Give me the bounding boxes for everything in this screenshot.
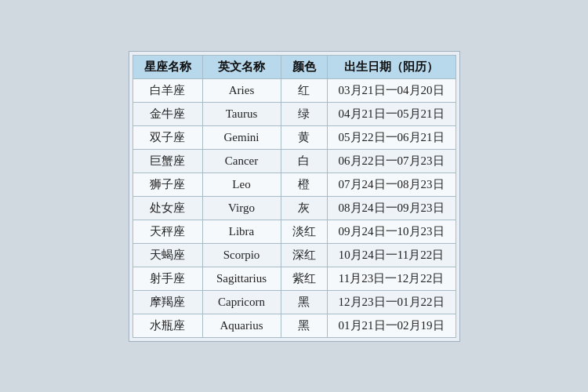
table-cell: Gemini [202, 125, 281, 149]
table-cell: 天蝎座 [132, 243, 202, 267]
table-cell: Virgo [202, 196, 281, 220]
table-cell: 白 [281, 149, 327, 172]
table-cell: 淡红 [281, 220, 327, 243]
table-cell: 12月23日一01月22日 [327, 290, 456, 314]
table-cell: 深红 [281, 243, 327, 267]
table-cell: Aries [202, 78, 281, 102]
table-cell: 狮子座 [132, 172, 202, 196]
table-cell: 10月24日一11月22日 [327, 243, 456, 267]
table-cell: Leo [202, 172, 281, 196]
table-cell: 巨蟹座 [132, 149, 202, 172]
table-cell: Libra [202, 220, 281, 243]
col-header-color: 颜色 [281, 55, 327, 78]
zodiac-table-container: 星座名称 英文名称 颜色 出生日期（阳历） 白羊座Aries红03月21日一04… [129, 51, 460, 342]
table-row: 处女座Virgo灰08月24日一09月23日 [132, 196, 456, 220]
col-header-birthdate: 出生日期（阳历） [327, 55, 456, 78]
table-cell: Capricorn [202, 290, 281, 314]
table-cell: Sagittarius [202, 267, 281, 290]
table-row: 金牛座Taurus绿04月21日一05月21日 [132, 102, 456, 125]
table-cell: 双子座 [132, 125, 202, 149]
table-cell: 绿 [281, 102, 327, 125]
table-cell: Taurus [202, 102, 281, 125]
table-cell: 07月24日一08月23日 [327, 172, 456, 196]
table-header-row: 星座名称 英文名称 颜色 出生日期（阳历） [132, 55, 456, 78]
table-cell: 橙 [281, 172, 327, 196]
table-row: 射手座Sagittarius紫红11月23日一12月22日 [132, 267, 456, 290]
table-cell: 黄 [281, 125, 327, 149]
table-cell: 白羊座 [132, 78, 202, 102]
table-cell: 09月24日一10月23日 [327, 220, 456, 243]
table-cell: 08月24日一09月23日 [327, 196, 456, 220]
table-cell: 射手座 [132, 267, 202, 290]
table-cell: 05月22日一06月21日 [327, 125, 456, 149]
table-cell: 黑 [281, 290, 327, 314]
table-cell: 金牛座 [132, 102, 202, 125]
table-cell: Cancer [202, 149, 281, 172]
table-row: 狮子座Leo橙07月24日一08月23日 [132, 172, 456, 196]
table-cell: 天秤座 [132, 220, 202, 243]
table-cell: 04月21日一05月21日 [327, 102, 456, 125]
table-cell: 灰 [281, 196, 327, 220]
table-cell: 黑 [281, 314, 327, 337]
table-cell: 06月22日一07月23日 [327, 149, 456, 172]
table-cell: 水瓶座 [132, 314, 202, 337]
table-cell: 01月21日一02月19日 [327, 314, 456, 337]
table-row: 双子座Gemini黄05月22日一06月21日 [132, 125, 456, 149]
table-row: 巨蟹座Cancer白06月22日一07月23日 [132, 149, 456, 172]
col-header-chinese-name: 星座名称 [132, 55, 202, 78]
table-row: 天秤座Libra淡红09月24日一10月23日 [132, 220, 456, 243]
col-header-english-name: 英文名称 [202, 55, 281, 78]
table-cell: 11月23日一12月22日 [327, 267, 456, 290]
table-row: 摩羯座Capricorn黑12月23日一01月22日 [132, 290, 456, 314]
table-row: 天蝎座Scorpio深红10月24日一11月22日 [132, 243, 456, 267]
table-cell: 03月21日一04月20日 [327, 78, 456, 102]
table-cell: 红 [281, 78, 327, 102]
table-cell: 处女座 [132, 196, 202, 220]
table-row: 水瓶座Aquarius黑01月21日一02月19日 [132, 314, 456, 337]
table-row: 白羊座Aries红03月21日一04月20日 [132, 78, 456, 102]
table-cell: Scorpio [202, 243, 281, 267]
table-cell: Aquarius [202, 314, 281, 337]
table-cell: 紫红 [281, 267, 327, 290]
zodiac-table: 星座名称 英文名称 颜色 出生日期（阳历） 白羊座Aries红03月21日一04… [132, 55, 456, 338]
table-cell: 摩羯座 [132, 290, 202, 314]
